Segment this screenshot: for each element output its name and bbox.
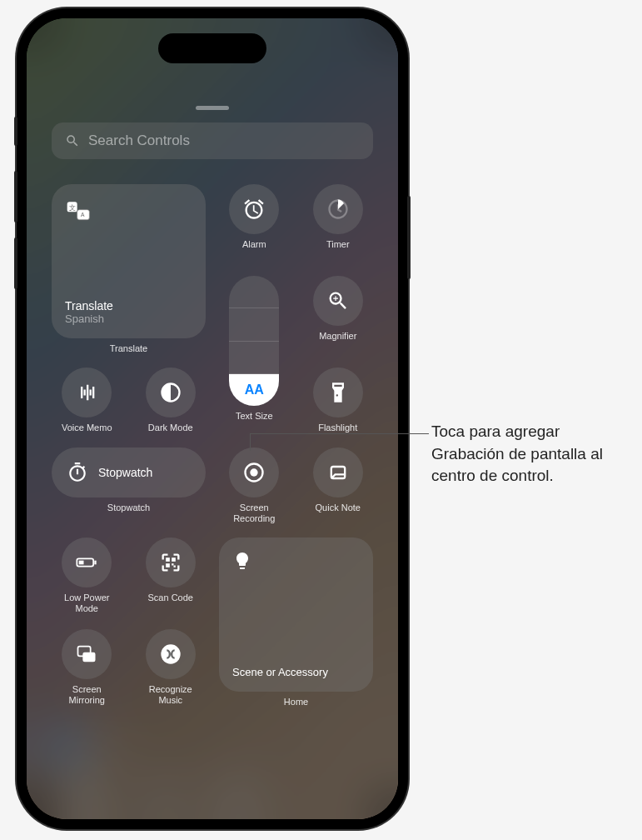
low-power-label: Low Power Mode [64,592,109,614]
text-size-segment [229,308,279,341]
quick-note-icon [326,461,350,484]
translate-title: Translate [65,299,192,312]
stopwatch-control[interactable]: Stopwatch Stopwatch [52,448,206,524]
svg-rect-11 [166,558,170,562]
screen-recording-control[interactable]: Screen Recording [219,448,290,524]
home-scene-text: Scene or Accessory [232,666,360,678]
flashlight-label: Flashlight [318,422,357,433]
timer-label: Timer [326,239,350,250]
recognize-music-label: Recognize Music [149,684,192,706]
text-size-indicator: AA [229,374,279,406]
svg-rect-12 [172,558,176,562]
svg-text:A: A [81,212,85,218]
svg-rect-17 [83,652,96,662]
alarm-label: Alarm [242,239,266,250]
screen-mirroring-label: Screen Mirroring [69,684,105,706]
translate-label: Translate [110,343,147,354]
svg-rect-15 [173,566,175,568]
shazam-icon [159,642,182,666]
quick-note-label: Quick Note [316,502,361,513]
flashlight-icon [326,381,350,404]
dynamic-island [158,33,266,63]
screen-mirroring-icon [75,642,98,666]
translate-subtitle: Spanish [65,312,192,325]
dark-mode-icon [159,381,182,404]
translate-control[interactable]: 文A Translate Spanish Translate [52,184,206,354]
power-button [407,196,411,279]
translate-icon: 文A [65,198,92,224]
scan-code-icon [159,551,182,574]
search-icon [65,133,80,148]
scan-code-control[interactable]: Scan Code [136,538,207,616]
voice-memo-icon [75,381,98,404]
timer-control[interactable]: Timer [303,184,374,262]
svg-rect-10 [95,561,97,565]
voice-memo-control[interactable]: Voice Memo [52,368,122,434]
callout-text: Toca para agregar Grabación de pantalla … [431,421,627,488]
stopwatch-icon [67,462,88,483]
magnifier-label: Magnifier [319,331,356,342]
text-size-segment [229,276,279,308]
home-control[interactable]: Scene or Accessory Home [219,538,373,708]
text-size-label: Text Size [236,411,273,422]
phone-frame: Search Controls 文A Translate Spanish Tra… [17,8,408,829]
magnifier-icon [326,289,350,312]
stopwatch-inline-label: Stopwatch [98,466,152,479]
volume-down-button [14,238,17,289]
screen-recording-label: Screen Recording [233,502,275,524]
text-size-segment [229,342,279,374]
svg-rect-13 [166,563,170,568]
dark-mode-label: Dark Mode [148,422,193,433]
dark-mode-control[interactable]: Dark Mode [136,368,207,434]
voice-memo-label: Voice Memo [62,422,112,433]
recognize-music-control[interactable]: Recognize Music [136,629,207,708]
svg-point-6 [251,468,258,476]
magnifier-control[interactable]: Magnifier [303,276,374,354]
low-power-icon [75,551,98,574]
controls-grid: 文A Translate Spanish Translate Alarm Tim… [52,184,373,708]
search-placeholder: Search Controls [88,132,190,149]
text-size-control[interactable]: AA Text Size [219,276,290,434]
screen-mirroring-control[interactable]: Screen Mirroring [52,629,122,708]
search-bar[interactable]: Search Controls [52,122,373,159]
lightbulb-icon [232,551,252,571]
phone-screen: Search Controls 文A Translate Spanish Tra… [27,18,398,819]
timer-icon [326,198,350,221]
svg-rect-14 [172,563,173,565]
svg-rect-9 [79,561,84,565]
stopwatch-label: Stopwatch [107,502,150,513]
action-button [14,117,17,146]
alarm-control[interactable]: Alarm [219,184,290,262]
grabber-handle[interactable] [196,106,229,110]
svg-text:文: 文 [69,204,76,212]
quick-note-control[interactable]: Quick Note [303,448,374,524]
flashlight-control[interactable]: Flashlight [303,368,374,434]
content-area: Search Controls 文A Translate Spanish Tra… [27,18,398,819]
scan-code-label: Scan Code [148,592,193,603]
low-power-control[interactable]: Low Power Mode [52,538,122,616]
screen-recording-icon [242,461,266,484]
alarm-icon [242,198,266,221]
volume-up-button [14,171,17,222]
home-label: Home [284,697,308,708]
callout-line [250,433,429,434]
